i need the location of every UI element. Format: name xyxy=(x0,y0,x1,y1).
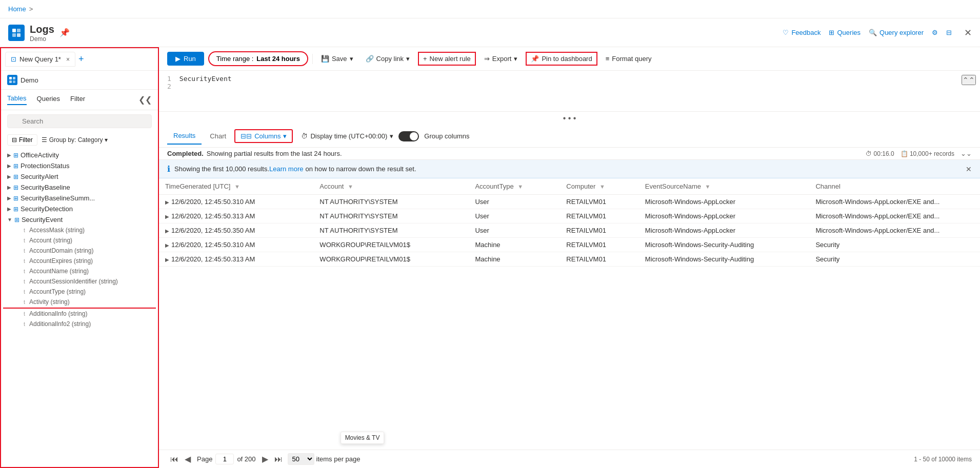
results-table-wrap[interactable]: TimeGenerated [UTC] ▼ Account ▼ AccountT… xyxy=(159,178,980,450)
filter-icon[interactable]: ▼ xyxy=(348,184,353,190)
tree-field-accountsession[interactable]: t AccountSessionIdentifier (string) xyxy=(3,276,156,287)
tree-field-additionalinfo2[interactable]: t AdditionalInfo2 (string) xyxy=(3,319,156,329)
items-per-page-label: items per page xyxy=(316,455,361,463)
table-header-row: TimeGenerated [UTC] ▼ Account ▼ AccountT… xyxy=(159,178,980,195)
tree-field-activity[interactable]: t Activity (string) xyxy=(3,297,156,309)
learn-more-link[interactable]: Learn more xyxy=(269,165,303,173)
first-page-button[interactable]: ⏮ xyxy=(167,454,182,465)
tab-chart[interactable]: Chart xyxy=(204,128,232,144)
columns-button[interactable]: ⊟⊟ Columns ▾ xyxy=(234,129,293,143)
prev-page-button[interactable]: ◀ xyxy=(182,453,194,465)
table-cell: NT AUTHORITY\SYSTEM xyxy=(313,223,469,238)
format-query-button[interactable]: ≡ Format query xyxy=(602,53,656,65)
tree-item-securitydetection[interactable]: ▶ ⊞ SecurityDetection xyxy=(3,204,156,214)
tree-field-accountexpires[interactable]: t AccountExpires (string) xyxy=(3,256,156,266)
tab-results[interactable]: Results xyxy=(167,128,202,145)
tree-field-accountdomain[interactable]: t AccountDomain (string) xyxy=(3,246,156,256)
close-button[interactable]: ✕ xyxy=(964,27,972,38)
table-row[interactable]: ▶12/6/2020, 12:45:50.313 AMNT AUTHORITY\… xyxy=(159,209,980,223)
pin-icon[interactable]: 📌 xyxy=(59,28,70,37)
query-editor[interactable]: 1 SecurityEvent 2 ⌃⌃ xyxy=(159,71,980,112)
tree-field-accounttype[interactable]: t AccountType (string) xyxy=(3,287,156,297)
pin-to-dashboard-button[interactable]: 📌 Pin to dashboard xyxy=(526,52,597,66)
table-icon: ⊞ xyxy=(13,152,18,159)
tree-field-accountname[interactable]: t AccountName (string) xyxy=(3,266,156,276)
table-cell: Microsoft-Windows-AppLocker/EXE and... xyxy=(809,195,980,209)
export-button[interactable]: ⇒ Export ▾ xyxy=(480,53,522,65)
search-input[interactable] xyxy=(7,114,152,128)
col-header-accounttype[interactable]: AccountType ▼ xyxy=(469,178,560,195)
workspace-icon xyxy=(7,75,17,85)
sidebar-tree: ▶ ⊞ OfficeActivity ▶ ⊞ ProtectionStatus … xyxy=(1,150,158,467)
svg-rect-0 xyxy=(12,29,16,32)
group-columns-toggle[interactable] xyxy=(398,131,419,141)
group-by-button[interactable]: ☰ Group by: Category ▾ xyxy=(42,136,108,144)
table-row[interactable]: ▶12/6/2020, 12:45:50.350 AMNT AUTHORITY\… xyxy=(159,223,980,238)
expand-icon: ▼ xyxy=(7,217,12,222)
tree-field-additionalinfo[interactable]: t AdditionalInfo (string) xyxy=(3,309,156,319)
table-cell: NT AUTHORITY\SYSTEM xyxy=(313,195,469,209)
queries-button[interactable]: ⊞ Queries xyxy=(829,29,861,36)
layout-button[interactable]: ⊟ xyxy=(946,29,952,36)
play-icon: ▶ xyxy=(175,55,181,63)
table-row[interactable]: ▶12/6/2020, 12:45:50.310 AMWORKGROUP\RET… xyxy=(159,238,980,252)
feedback-button[interactable]: ♡ Feedback xyxy=(783,29,821,36)
status-text: Showing partial results from the last 24… xyxy=(207,150,342,157)
tree-item-securitybaselinesumm[interactable]: ▶ ⊞ SecurityBaselineSumm... xyxy=(3,193,156,204)
query-tab-1[interactable]: ⊡ New Query 1* × xyxy=(5,52,75,67)
breadcrumb-home[interactable]: Home xyxy=(8,5,26,13)
filter-icon[interactable]: ▼ xyxy=(517,184,523,190)
link-icon: 🔗 xyxy=(366,55,374,63)
filter-icon[interactable]: ▼ xyxy=(705,184,711,190)
add-tab-button[interactable]: + xyxy=(78,54,84,65)
tree-field-accessmask[interactable]: t AccessMask (string) xyxy=(3,225,156,235)
copy-link-button[interactable]: 🔗 Copy link ▾ xyxy=(362,53,414,65)
table-row[interactable]: ▶12/6/2020, 12:45:50.310 AMNT AUTHORITY\… xyxy=(159,195,980,209)
table-row[interactable]: ▶12/6/2020, 12:45:50.313 AMWORKGROUP\RET… xyxy=(159,252,980,267)
col-header-account[interactable]: Account ▼ xyxy=(313,178,469,195)
save-button[interactable]: 💾 Save ▾ xyxy=(317,53,357,65)
tree-item-securityalert[interactable]: ▶ ⊞ SecurityAlert xyxy=(3,171,156,182)
expand-results-button[interactable]: ⌄⌄ xyxy=(961,150,972,157)
tree-item-protectionstatus[interactable]: ▶ ⊞ ProtectionStatus xyxy=(3,160,156,171)
display-time-button[interactable]: ⏱ Display time (UTC+00:00) ▾ xyxy=(301,132,393,140)
run-button[interactable]: ▶ Run xyxy=(167,52,204,66)
nav-tables[interactable]: Tables xyxy=(7,94,27,105)
page-number-input[interactable] xyxy=(215,454,234,464)
tree-label: SecurityBaselineSumm... xyxy=(21,194,95,202)
settings-button[interactable]: ⚙ xyxy=(932,29,938,36)
row-expand-button[interactable]: ▶ xyxy=(165,199,169,205)
col-header-computer[interactable]: Computer ▼ xyxy=(560,178,639,195)
tab-close-button[interactable]: × xyxy=(66,56,70,63)
new-alert-button[interactable]: + New alert rule xyxy=(418,52,476,66)
status-bar: Completed. Showing partial results from … xyxy=(159,148,980,160)
info-close-button[interactable]: ✕ xyxy=(966,165,972,173)
per-page-select[interactable]: 50 100 200 xyxy=(288,453,314,465)
tree-item-officeactivity[interactable]: ▶ ⊞ OfficeActivity xyxy=(3,150,156,160)
row-expand-button[interactable]: ▶ xyxy=(165,242,169,248)
table-icon: ⊞ xyxy=(13,206,18,213)
row-expand-button[interactable]: ▶ xyxy=(165,228,169,234)
expand-editor-button[interactable]: ⌃⌃ xyxy=(962,75,976,85)
col-header-channel[interactable]: Channel xyxy=(809,178,980,195)
tree-item-securityevent[interactable]: ▼ ⊞ SecurityEvent xyxy=(3,214,156,225)
tree-field-account[interactable]: t Account (string) xyxy=(3,235,156,246)
col-header-eventsource[interactable]: EventSourceName ▼ xyxy=(639,178,810,195)
header-actions: ♡ Feedback ⊞ Queries 🔍 Query explorer ⚙ … xyxy=(783,27,972,38)
last-page-button[interactable]: ⏭ xyxy=(271,454,286,465)
filter-icon[interactable]: ▼ xyxy=(234,184,240,190)
nav-queries[interactable]: Queries xyxy=(37,95,61,105)
nav-filter[interactable]: Filter xyxy=(70,95,85,105)
next-page-button[interactable]: ▶ xyxy=(259,453,271,465)
filter-button[interactable]: ⊟ Filter xyxy=(7,134,37,146)
filter-icon[interactable]: ▼ xyxy=(599,184,605,190)
pagination-bar: ⏮ ◀ Page of 200 ▶ ⏭ 50 100 200 items per… xyxy=(159,450,980,468)
query-explorer-button[interactable]: 🔍 Query explorer xyxy=(869,29,924,36)
tree-item-securitybaseline[interactable]: ▶ ⊞ SecurityBaseline xyxy=(3,182,156,193)
row-expand-button[interactable]: ▶ xyxy=(165,257,169,262)
col-header-time[interactable]: TimeGenerated [UTC] ▼ xyxy=(159,178,313,195)
row-expand-button[interactable]: ▶ xyxy=(165,214,169,219)
time-range-button[interactable]: Time range : Last 24 hours xyxy=(208,51,308,66)
sidebar-collapse-button[interactable]: ❮❮ xyxy=(138,95,152,105)
field-icon: t xyxy=(24,278,25,284)
